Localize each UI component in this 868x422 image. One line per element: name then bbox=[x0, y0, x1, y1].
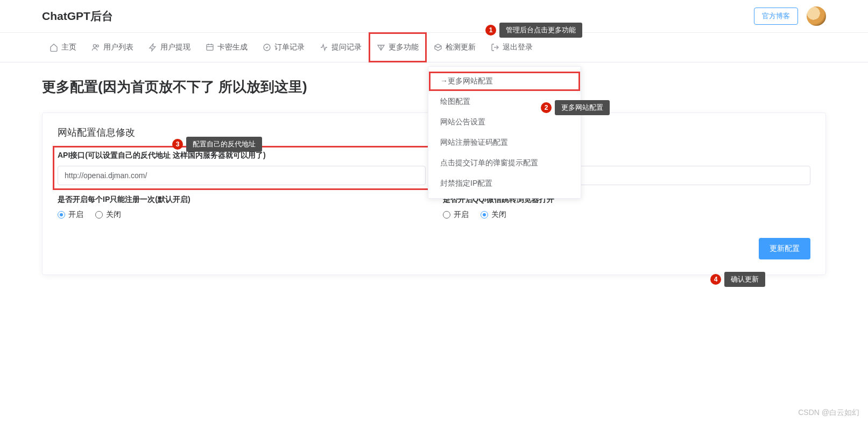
nav-card[interactable]: 卡密生成 bbox=[198, 33, 255, 62]
ip-register-close[interactable]: 关闭 bbox=[95, 210, 121, 220]
nav-label: 检测更新 bbox=[446, 43, 476, 52]
qa-icon bbox=[320, 43, 328, 52]
ip-register-label: 是否开启每个IP只能注册一次(默认开启) bbox=[58, 195, 426, 205]
radio-label: 关闭 bbox=[106, 210, 121, 220]
ip-register-open[interactable]: 开启 bbox=[58, 210, 83, 220]
users-icon bbox=[91, 43, 100, 52]
submit-row: 更新配置 bbox=[58, 238, 810, 259]
nav-label: 用户列表 bbox=[103, 43, 133, 52]
dropdown-draw-config[interactable]: 绘图配置 bbox=[428, 92, 581, 112]
more-dropdown: →更多网站配置 绘图配置 网站公告设置 网站注册验证码配置 点击提交订单的弹窗提… bbox=[428, 66, 581, 199]
header-right: 官方博客 bbox=[754, 6, 826, 26]
home-icon bbox=[50, 43, 58, 52]
order-icon bbox=[263, 43, 271, 52]
dropdown-more-site-config[interactable]: →更多网站配置 bbox=[428, 71, 581, 92]
card-icon bbox=[206, 43, 214, 52]
nav-more[interactable]: 更多功能 bbox=[369, 33, 426, 62]
api-endpoint-group: API接口(可以设置自己的反代地址 这样国内服务器就可以用了) bbox=[54, 147, 429, 188]
qq-jump-radios: 开启 关闭 bbox=[443, 210, 811, 220]
svg-point-0 bbox=[93, 45, 96, 47]
nav-qa[interactable]: 提问记录 bbox=[312, 33, 369, 62]
nav-label: 订单记录 bbox=[274, 43, 305, 52]
dropdown-order-popup[interactable]: 点击提交订单的弹窗提示配置 bbox=[428, 153, 581, 173]
avatar[interactable] bbox=[807, 6, 826, 26]
dropdown-captcha[interactable]: 网站注册验证码配置 bbox=[428, 132, 581, 153]
nav-label: 卡密生成 bbox=[217, 43, 248, 52]
nav-update[interactable]: 检测更新 bbox=[426, 33, 483, 62]
svg-point-1 bbox=[96, 45, 98, 47]
api-endpoint-label: API接口(可以设置自己的反代地址 这样国内服务器就可以用了) bbox=[58, 151, 426, 160]
dropdown-ban-ip[interactable]: 封禁指定IP配置 bbox=[428, 173, 581, 194]
more-icon bbox=[377, 43, 385, 52]
update-config-button[interactable]: 更新配置 bbox=[759, 238, 810, 259]
nav-users[interactable]: 用户列表 bbox=[84, 33, 141, 62]
ip-register-radios: 开启 关闭 bbox=[58, 210, 426, 220]
site-title: ChatGPT后台 bbox=[42, 9, 113, 24]
nav-label: 更多功能 bbox=[389, 43, 419, 52]
dropdown-announcement[interactable]: 网站公告设置 bbox=[428, 112, 581, 132]
ip-register-group: 是否开启每个IP只能注册一次(默认开启) 开启 关闭 bbox=[58, 195, 426, 220]
nav-label: 退出登录 bbox=[503, 43, 533, 52]
radio-label: 开启 bbox=[68, 210, 83, 220]
nav-orders[interactable]: 订单记录 bbox=[255, 33, 312, 62]
api-endpoint-input[interactable] bbox=[58, 166, 426, 185]
header: ChatGPT后台 官方博客 bbox=[0, 0, 868, 33]
radio-icon bbox=[481, 211, 488, 219]
nav-home[interactable]: 主页 bbox=[42, 33, 84, 62]
svg-rect-2 bbox=[207, 45, 213, 51]
nav-withdraw[interactable]: 用户提现 bbox=[141, 33, 198, 62]
official-blog-button[interactable]: 官方博客 bbox=[754, 8, 798, 25]
radio-icon bbox=[95, 211, 103, 219]
qq-jump-close[interactable]: 关闭 bbox=[481, 210, 506, 220]
update-icon bbox=[434, 43, 442, 52]
nav-logout[interactable]: 退出登录 bbox=[483, 33, 540, 62]
withdraw-icon bbox=[149, 43, 157, 52]
nav-label: 提问记录 bbox=[331, 43, 362, 52]
nav-label: 主页 bbox=[61, 43, 76, 52]
radio-icon bbox=[58, 211, 65, 219]
logout-icon bbox=[491, 43, 499, 52]
radio-label: 开启 bbox=[454, 210, 469, 220]
radio-icon bbox=[443, 211, 450, 219]
main-nav: 主页 用户列表 用户提现 卡密生成 订单记录 提问记录 更多功能 检测更新 退出… bbox=[0, 33, 868, 62]
radio-label: 关闭 bbox=[491, 210, 506, 220]
qq-jump-open[interactable]: 开启 bbox=[443, 210, 469, 220]
nav-label: 用户提现 bbox=[160, 43, 190, 52]
